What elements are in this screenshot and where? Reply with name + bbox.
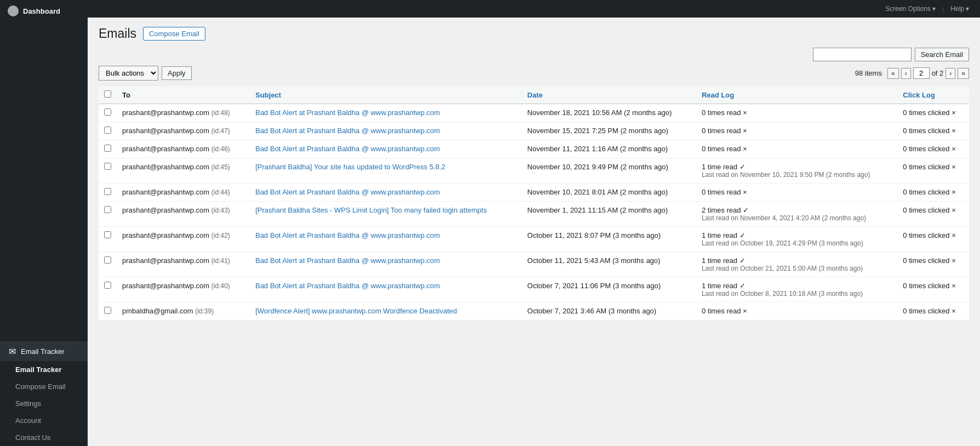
next-page-button[interactable]: › — [945, 68, 955, 79]
subject-link[interactable]: Bad Bot Alert at Prashant Baldha @ www.p… — [255, 108, 440, 117]
read-log-cell: 0 times read × — [696, 140, 897, 158]
date-cell: October 7, 2021 11:06 PM (3 months ago) — [522, 277, 696, 302]
subject-cell: Bad Bot Alert at Prashant Baldha @ www.p… — [250, 122, 521, 140]
row-checkbox[interactable] — [104, 231, 111, 238]
subject-link[interactable]: Bad Bot Alert at Prashant Baldha @ www.p… — [255, 145, 440, 153]
select-all-checkbox[interactable] — [104, 90, 111, 98]
to-id: (id:42) — [211, 232, 230, 239]
to-cell: prashant@prashantwp.com (id:48) — [117, 104, 250, 122]
sidebar-item-label-settings: Settings — [15, 399, 41, 408]
read-log-cell: 0 times read × — [696, 184, 897, 202]
read-log-col-header[interactable]: Read Log — [696, 86, 897, 104]
subject-link[interactable]: Bad Bot Alert at Prashant Baldha @ www.p… — [255, 188, 440, 196]
subject-cell: Bad Bot Alert at Prashant Baldha @ www.p… — [250, 277, 521, 302]
sidebar-item-email-tracker-parent[interactable]: ✉ Email Tracker — [0, 342, 88, 361]
search-input[interactable] — [813, 48, 912, 61]
read-count: 0 times read × — [702, 145, 892, 153]
to-email: pmbaldha@gmail.com — [122, 307, 193, 315]
dashboard-label: Dashboard — [23, 7, 60, 15]
row-checkbox[interactable] — [104, 127, 111, 134]
subject-cell: Bad Bot Alert at Prashant Baldha @ www.p… — [250, 184, 521, 202]
search-row: Search Email — [99, 48, 969, 61]
row-checkbox[interactable] — [104, 145, 111, 152]
screen-options-button[interactable]: Screen Options ▾ — [881, 3, 940, 15]
first-page-button[interactable]: « — [887, 68, 899, 79]
table-row: prashant@prashantwp.com (id:48)Bad Bot A… — [99, 104, 969, 122]
click-log-cell: 0 times clicked × — [897, 140, 969, 158]
read-log-cell: 1 time read ✓Last read on October 8, 202… — [696, 277, 897, 302]
sidebar-spacer — [0, 22, 88, 341]
to-id: (id:39) — [195, 307, 214, 315]
screen-options-arrow: ▾ — [932, 5, 936, 13]
row-checkbox[interactable] — [104, 307, 111, 314]
row-checkbox-cell — [99, 252, 117, 277]
help-arrow: ▾ — [966, 5, 969, 13]
to-email: prashant@prashantwp.com — [122, 206, 209, 214]
to-cell: prashant@prashantwp.com (id:44) — [117, 184, 250, 202]
to-cell: pmbaldha@gmail.com (id:39) — [117, 302, 250, 321]
to-email: prashant@prashantwp.com — [122, 108, 209, 117]
last-page-button[interactable]: » — [958, 68, 969, 79]
bulk-actions-select[interactable]: Bulk actions — [99, 66, 158, 81]
bulk-left: Bulk actions Apply — [99, 66, 192, 81]
sidebar-item-account[interactable]: Account — [0, 412, 88, 429]
to-cell: prashant@prashantwp.com (id:46) — [117, 140, 250, 158]
row-checkbox-cell — [99, 104, 117, 122]
to-id: (id:48) — [211, 109, 230, 117]
items-count: 98 items — [855, 69, 882, 77]
table-row: prashant@prashantwp.com (id:45)[Prashant… — [99, 158, 969, 184]
to-email: prashant@prashantwp.com — [122, 163, 209, 171]
dashboard-header[interactable]: Dashboard — [0, 0, 88, 22]
row-checkbox[interactable] — [104, 206, 111, 213]
sidebar-item-settings[interactable]: Settings — [0, 395, 88, 412]
date-cell: November 18, 2021 10:56 AM (2 months ago… — [522, 104, 696, 122]
subject-link[interactable]: Bad Bot Alert at Prashant Baldha @ www.p… — [255, 127, 440, 135]
read-last: Last read on October 21, 2021 5:00 AM (3… — [702, 265, 892, 272]
row-checkbox[interactable] — [104, 163, 111, 170]
page-number-input[interactable] — [913, 67, 930, 79]
row-checkbox-cell — [99, 302, 117, 321]
subject-cell: [Prashant Baldha Sites - WPS Limit Login… — [250, 202, 521, 227]
row-checkbox[interactable] — [104, 188, 111, 195]
subject-link[interactable]: [Prashant Baldha Sites - WPS Limit Login… — [255, 206, 486, 214]
to-email: prashant@prashantwp.com — [122, 127, 209, 135]
to-id: (id:40) — [211, 282, 230, 290]
click-log-cell: 0 times clicked × — [897, 202, 969, 227]
click-log-cell: 0 times clicked × — [897, 302, 969, 321]
select-all-col — [99, 86, 117, 104]
help-button[interactable]: Help ▾ — [946, 3, 973, 15]
topbar: Screen Options ▾ | Help ▾ — [88, 0, 980, 18]
read-log-cell: 0 times read × — [696, 302, 897, 321]
to-col-header: To — [117, 86, 250, 104]
click-log-col-header[interactable]: Click Log — [897, 86, 969, 104]
apply-button[interactable]: Apply — [162, 66, 192, 80]
read-count: 1 time read ✓ — [702, 163, 892, 171]
to-cell: prashant@prashantwp.com (id:47) — [117, 122, 250, 140]
row-checkbox-cell — [99, 158, 117, 184]
subject-link[interactable]: [Wordfence Alert] www.prashantwp.com Wor… — [255, 307, 457, 315]
sidebar-parent-label: Email Tracker — [21, 347, 64, 356]
subject-link[interactable]: Bad Bot Alert at Prashant Baldha @ www.p… — [255, 231, 440, 239]
subject-link[interactable]: Bad Bot Alert at Prashant Baldha @ www.p… — [255, 282, 440, 290]
compose-email-button[interactable]: Compose Email — [143, 27, 205, 41]
date-col-header[interactable]: Date — [522, 86, 696, 104]
table-row: prashant@prashantwp.com (id:44)Bad Bot A… — [99, 184, 969, 202]
subject-cell: Bad Bot Alert at Prashant Baldha @ www.p… — [250, 252, 521, 277]
page-of: of 2 — [932, 69, 944, 77]
subject-link[interactable]: [Prashant Baldha] Your site has updated … — [255, 163, 445, 171]
row-checkbox[interactable] — [104, 256, 111, 264]
read-last: Last read on November 10, 2021 9:50 PM (… — [702, 171, 892, 179]
to-cell: prashant@prashantwp.com (id:45) — [117, 158, 250, 184]
click-log-cell: 0 times clicked × — [897, 158, 969, 184]
sidebar-item-contact-us[interactable]: Contact Us — [0, 429, 88, 446]
sidebar-item-email-tracker[interactable]: Email Tracker — [0, 361, 88, 378]
sidebar-item-label-account: Account — [15, 416, 41, 425]
prev-page-button[interactable]: ‹ — [901, 68, 911, 79]
row-checkbox[interactable] — [104, 108, 111, 116]
subject-col-header[interactable]: Subject — [250, 86, 521, 104]
sidebar-item-compose-email[interactable]: Compose Email — [0, 378, 88, 395]
search-email-button[interactable]: Search Email — [915, 48, 969, 61]
subject-link[interactable]: Bad Bot Alert at Prashant Baldha @ www.p… — [255, 256, 440, 265]
row-checkbox[interactable] — [104, 282, 111, 289]
table-header-row: To Subject Date Read Log Click Log — [99, 86, 969, 104]
